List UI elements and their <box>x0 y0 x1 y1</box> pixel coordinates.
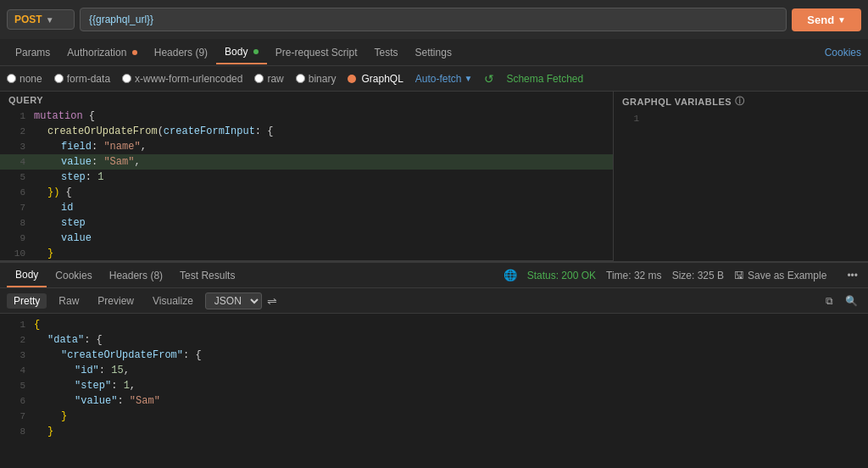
radio-binary[interactable]: binary <box>296 73 337 85</box>
resp-line: 6 "value" : "Sam" <box>0 393 868 409</box>
globe-icon: 🌐 <box>504 269 517 281</box>
tab-tests[interactable]: Tests <box>366 42 407 64</box>
resp-line: 8 } <box>0 424 868 439</box>
resp-tab-cookies[interactable]: Cookies <box>47 265 100 287</box>
resp-line: 7 } <box>0 409 868 424</box>
top-bar: POST ▼ Send ▼ <box>0 0 868 39</box>
autofetch-button[interactable]: Auto-fetch ▼ <box>415 73 473 85</box>
variables-panel: GRAPHQL VARIABLES ⓘ 1 <box>614 92 868 260</box>
tab-authorization[interactable]: Authorization <box>58 42 145 64</box>
graphql-radio-dot <box>348 75 356 83</box>
response-header: Body Cookies Headers (8) Test Results 🌐 … <box>0 263 868 288</box>
fmt-tab-pretty[interactable]: Pretty <box>7 293 47 309</box>
variables-editor[interactable]: 1 <box>614 111 868 261</box>
authorization-dot <box>132 50 137 55</box>
size-label: Size: 325 B <box>672 270 724 281</box>
cookies-link[interactable]: Cookies <box>825 47 861 58</box>
editor-layout: QUERY 1 mutation { 2 createOrUpdateFrom … <box>0 92 868 261</box>
more-options-icon[interactable]: ••• <box>843 268 861 283</box>
radio-raw[interactable]: raw <box>254 73 283 85</box>
response-body[interactable]: 1 { 2 "data" : { 3 "createOrUpdateFrom" … <box>0 314 868 439</box>
resp-line: 1 { <box>0 317 868 332</box>
resp-tab-body[interactable]: Body <box>7 264 47 287</box>
tab-headers[interactable]: Headers (9) <box>146 42 216 64</box>
send-button[interactable]: Send ▼ <box>792 8 861 31</box>
nav-tabs: Params Authorization Headers (9) Body Pr… <box>0 39 868 66</box>
query-panel: QUERY 1 mutation { 2 createOrUpdateFrom … <box>0 92 614 260</box>
code-line: 2 createOrUpdateFrom ( createFormInput :… <box>0 124 613 139</box>
method-select[interactable]: POST ▼ <box>7 9 75 30</box>
method-label: POST <box>14 14 42 25</box>
save-icon: 🖫 <box>734 270 744 281</box>
sync-icon: ↺ <box>484 72 494 86</box>
code-line: 3 field : "name" , <box>0 139 613 154</box>
response-icons: ••• <box>843 268 861 283</box>
response-section: Body Cookies Headers (8) Test Results 🌐 … <box>0 261 868 439</box>
status-ok-label: Status: 200 OK <box>527 270 596 281</box>
tab-settings[interactable]: Settings <box>407 42 460 64</box>
response-status-bar: 🌐 Status: 200 OK Time: 32 ms Size: 325 B… <box>504 268 861 283</box>
tab-params[interactable]: Params <box>7 42 58 64</box>
code-line: 6 }) { <box>0 185 613 200</box>
fmt-tab-preview[interactable]: Preview <box>91 293 141 309</box>
resp-tab-test-results[interactable]: Test Results <box>171 265 243 287</box>
radio-urlencoded[interactable]: x-www-form-urlencoded <box>122 73 242 85</box>
query-label: QUERY <box>0 92 613 109</box>
resp-line: 3 "createOrUpdateFrom" : { <box>0 348 868 363</box>
url-input[interactable] <box>80 8 787 31</box>
code-line: 7 id <box>0 200 613 215</box>
resp-line: 4 "id" : 15 , <box>0 363 868 378</box>
query-editor[interactable]: 1 mutation { 2 createOrUpdateFrom ( crea… <box>0 109 613 259</box>
code-line: 9 value <box>0 231 613 246</box>
body-type-tabs: none form-data x-www-form-urlencoded raw… <box>0 66 868 92</box>
code-line: 1 mutation { <box>0 109 613 124</box>
variables-label: GRAPHQL VARIABLES ⓘ <box>614 92 868 111</box>
resp-tab-headers[interactable]: Headers (8) <box>101 265 171 287</box>
resp-line: 2 "data" : { <box>0 332 868 348</box>
code-line: 1 <box>614 111 868 126</box>
save-as-example-button[interactable]: 🖫 Save as Example <box>734 270 826 281</box>
schema-fetched-label: Schema Fetched <box>506 73 583 85</box>
filter-icon[interactable]: ⇌ <box>267 294 277 308</box>
body-dot <box>253 49 259 54</box>
chevron-down-icon: ▼ <box>46 15 54 25</box>
time-label: Time: 32 ms <box>606 270 662 281</box>
radio-graphql[interactable]: GraphQL <box>348 73 403 85</box>
chevron-down-icon: ▼ <box>465 74 473 83</box>
resp-line: 5 "step" : 1 , <box>0 378 868 393</box>
code-line-highlighted: 4 value : "Sam" , <box>0 154 613 170</box>
format-select[interactable]: JSON <box>205 292 262 309</box>
code-line: 5 step : 1 <box>0 170 613 185</box>
code-line: 10 } <box>0 246 613 259</box>
search-icon[interactable]: 🔍 <box>842 293 861 309</box>
copy-icon[interactable]: ⧉ <box>822 293 837 309</box>
code-line: 8 step <box>0 215 613 231</box>
fmt-tab-visualize[interactable]: Visualize <box>146 293 200 309</box>
tab-body[interactable]: Body <box>216 41 267 64</box>
response-format-bar: Pretty Raw Preview Visualize JSON ⇌ ⧉ 🔍 <box>0 288 868 314</box>
radio-none[interactable]: none <box>7 73 42 85</box>
info-icon[interactable]: ⓘ <box>735 95 745 108</box>
fmt-tab-raw[interactable]: Raw <box>52 293 86 309</box>
send-chevron-icon: ▼ <box>837 15 846 25</box>
radio-form-data[interactable]: form-data <box>54 73 110 85</box>
tab-prerequest[interactable]: Pre-request Script <box>267 42 366 64</box>
